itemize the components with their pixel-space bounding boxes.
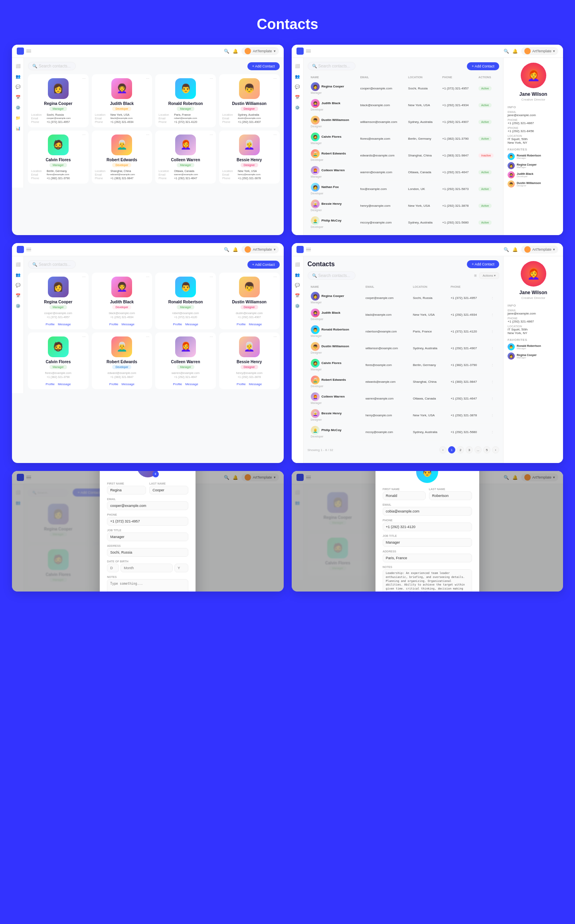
edit-avatar-upload[interactable]: 👨 ✏️ [416,471,438,483]
menu-button-4[interactable] [306,248,311,251]
card-menu-1[interactable]: ··· [82,76,85,81]
menu-button-3[interactable] [26,248,31,251]
card-menu-3[interactable]: ··· [210,76,213,81]
card-menu-8[interactable]: ··· [273,133,277,137]
profile-btn-3-4[interactable]: Profile [237,323,246,326]
nav2-messages[interactable]: 💬 [294,83,300,90]
nav-messages[interactable]: 💬 [15,83,21,90]
address-input[interactable] [107,548,188,557]
nav4-settings[interactable]: ⚙️ [294,303,300,309]
page-3[interactable]: 3 [466,446,473,453]
page-next[interactable]: › [492,446,499,453]
bell-icon[interactable]: 🔔 [233,49,238,54]
row-menu-4-2[interactable]: ⋮ [491,313,494,317]
last-name-input[interactable] [149,486,188,495]
nav2-settings[interactable]: ⚙️ [294,104,300,111]
row-menu-4-4[interactable]: ⋮ [491,346,494,350]
edit-phone-input[interactable] [383,522,472,531]
first-name-input[interactable] [107,486,146,495]
message-btn-3-3[interactable]: Message [185,323,198,326]
card-menu-7[interactable]: ··· [210,133,213,137]
nav4-contacts[interactable]: 👥 [294,271,300,278]
edit-notes-textarea[interactable]: Leadership: An experienced team leader e… [383,569,472,592]
nav-contacts[interactable]: 👥 [15,73,21,79]
bell-icon-2[interactable]: 🔔 [512,49,518,54]
add-contact-button[interactable]: + Add Contact [247,62,280,70]
row-menu-4-5[interactable]: ⋮ [491,363,494,367]
bell-icon-3[interactable]: 🔔 [233,247,238,252]
nav2-contacts[interactable]: 👥 [294,73,300,79]
search-icon[interactable]: 🔍 [224,49,229,54]
profile-btn-3-3[interactable]: Profile [173,323,182,326]
edit-email-input[interactable] [383,507,472,516]
bell-icon-4[interactable]: 🔔 [512,247,518,252]
nav3-contacts[interactable]: 👥 [15,271,21,278]
nav-calendar[interactable]: 📅 [15,94,21,100]
profile-btn-3-2[interactable]: Profile [109,323,119,326]
row-menu-4-7[interactable]: ⋮ [491,397,494,400]
edit-last-name-input[interactable] [429,491,472,500]
email-input[interactable] [107,501,188,510]
card-menu-4[interactable]: ··· [273,76,277,81]
nav4-home[interactable]: ⬜ [294,261,300,267]
search-box-3[interactable]: 🔍 Search contacts... [28,260,76,269]
menu-3-2[interactable]: ··· [146,275,149,279]
filter-icon[interactable]: ⊞ [474,274,477,277]
search-box[interactable]: 🔍 Search contacts... [28,62,76,70]
message-btn-3-2[interactable]: Message [122,323,134,326]
search-box-4[interactable]: 🔍 Search contacts... [308,271,356,280]
card-menu-6[interactable]: ··· [146,133,149,137]
nav3-calendar[interactable]: 📅 [15,292,21,299]
page-prev[interactable]: ‹ [439,446,447,453]
row-menu-4-6[interactable]: ⋮ [491,380,494,384]
nav3-home[interactable]: ⬜ [15,261,21,267]
add-contact-button-2[interactable]: + Add Contact [467,62,499,70]
jobtitle-input[interactable] [107,532,188,541]
profile-btn-3-7[interactable]: Profile [173,382,182,386]
menu-3-1[interactable]: ··· [82,275,85,279]
menu-3-7[interactable]: ··· [210,334,213,339]
page-2[interactable]: 2 [457,446,464,453]
notes-textarea[interactable] [107,579,188,592]
dob-month-input[interactable] [121,564,173,572]
row-menu-4-1[interactable]: ⋮ [491,296,494,300]
menu-button[interactable] [26,49,31,53]
menu-3-6[interactable]: ··· [146,334,149,339]
search-icon-4[interactable]: 🔍 [504,247,509,252]
edit-jobtitle-input[interactable] [383,538,472,547]
nav-settings[interactable]: ⚙️ [15,104,21,111]
phone-input[interactable] [107,517,188,526]
search-icon-2[interactable]: 🔍 [504,49,509,54]
avatar-upload-btn[interactable]: 👩 + [137,471,159,477]
row-menu-4-3[interactable]: ⋮ [491,330,494,333]
nav4-calendar[interactable]: 📅 [294,292,300,299]
card-menu-2[interactable]: ··· [146,76,149,81]
dob-year-input[interactable] [174,564,188,572]
add-contact-button-3[interactable]: + Add Contact [247,261,280,269]
nav2-calendar[interactable]: 📅 [294,94,300,100]
menu-3-8[interactable]: ··· [273,334,277,339]
message-btn-3-1[interactable]: Message [58,323,71,326]
nav2-home[interactable]: ⬜ [294,63,300,69]
actions-dropdown[interactable]: Actions ▾ [479,272,499,279]
dob-day-input[interactable] [107,564,119,572]
row-menu-4-8[interactable]: ⋮ [491,414,494,417]
message-btn-3-5[interactable]: Message [58,382,71,386]
row-menu-4-9[interactable]: ⋮ [491,430,494,434]
menu-3-3[interactable]: ··· [210,275,213,279]
message-btn-3-7[interactable]: Message [185,382,198,386]
nav3-settings[interactable]: ⚙️ [15,303,21,309]
profile-btn-3-8[interactable]: Profile [237,382,246,386]
page-1[interactable]: 1 [448,446,455,453]
message-btn-3-6[interactable]: Message [122,382,134,386]
search-icon-3[interactable]: 🔍 [224,247,229,252]
edit-first-name-input[interactable] [383,491,426,500]
message-btn-3-4[interactable]: Message [249,323,262,326]
search-box-2[interactable]: 🔍 Search contacts... [308,62,356,70]
profile-btn-3-6[interactable]: Profile [109,382,119,386]
card-menu-5[interactable]: ··· [82,133,85,137]
menu-button-2[interactable] [306,49,311,53]
page-5[interactable]: 5 [483,446,490,453]
nav-analytics[interactable]: 📊 [15,125,21,131]
profile-btn-3-1[interactable]: Profile [45,323,55,326]
